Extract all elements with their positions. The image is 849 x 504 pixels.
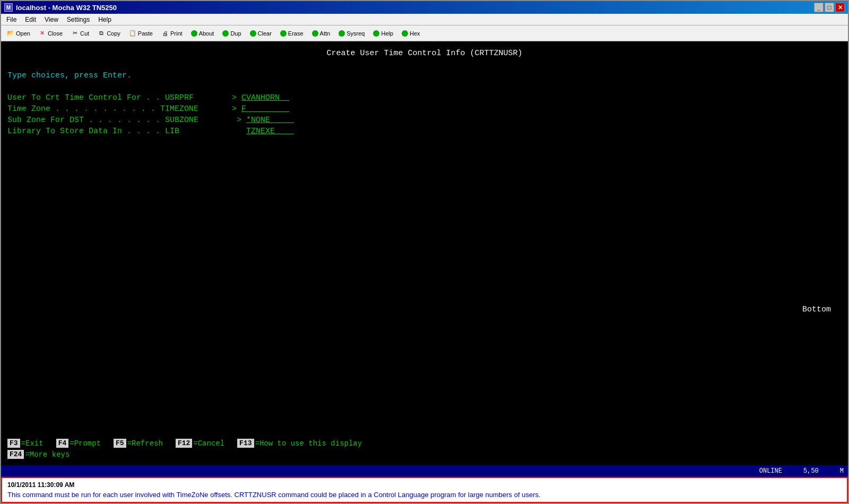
print-icon: 🖨 xyxy=(161,30,169,37)
notification-timestamp: 10/1/2011 11:30:09 AM xyxy=(7,481,842,489)
minimize-button[interactable]: _ xyxy=(814,3,824,12)
field-row-0: User To Crt Time Control For . . USRPRF … xyxy=(7,92,842,103)
title-bar: M localhost - Mocha W32 TN5250 _ □ ✕ xyxy=(1,1,848,14)
status-online: ONLINE xyxy=(759,467,782,475)
fkey-f5: F5=Refresh xyxy=(114,439,163,448)
main-window: M localhost - Mocha W32 TN5250 _ □ ✕ Fil… xyxy=(0,0,849,504)
fkey-line-2: F24=More keys xyxy=(7,450,842,459)
fkey-f24: F24=More keys xyxy=(7,450,70,459)
hex-icon xyxy=(402,30,408,37)
toolbar-close-button[interactable]: ✕ Close xyxy=(35,28,66,39)
cut-icon: ✂ xyxy=(71,30,79,37)
menu-view[interactable]: View xyxy=(40,15,63,24)
fkey-f12: F12=Cancel xyxy=(176,439,224,448)
field-row-2: Sub Zone For DST . . . . . . . . SUBZONE… xyxy=(7,115,842,126)
screen-title: Create User Time Control Info (CRTTZNUSR… xyxy=(7,46,842,59)
title-bar-controls: _ □ ✕ xyxy=(814,3,845,12)
toolbar-print-button[interactable]: 🖨 Print xyxy=(158,28,186,39)
status-bar: ONLINE 5,50 M xyxy=(1,465,848,477)
field-row-3: Library To Store Data In . . . . LIB TZN… xyxy=(7,126,842,137)
status-mode: M xyxy=(840,467,844,475)
help-icon xyxy=(373,30,379,37)
toolbar: 📂 Open ✕ Close ✂ Cut ⧉ Copy 📋 Paste 🖨 Pr… xyxy=(1,25,848,41)
toolbar-clear-button[interactable]: Clear xyxy=(246,29,275,38)
menu-bar: File Edit View Settings Help xyxy=(1,14,848,25)
screen-subtitle: Type choices, press Enter. xyxy=(7,70,842,81)
fkey-f4-badge[interactable]: F4 xyxy=(56,439,69,448)
menu-settings[interactable]: Settings xyxy=(63,15,94,24)
toolbar-copy-button[interactable]: ⧉ Copy xyxy=(94,28,124,39)
toolbar-about-button[interactable]: About xyxy=(187,29,218,38)
copy-icon: ⧉ xyxy=(98,30,105,37)
bottom-label: Bottom xyxy=(7,304,842,315)
toolbar-cut-button[interactable]: ✂ Cut xyxy=(67,28,93,39)
fkey-line-1: F3=Exit F4=Prompt F5=Refresh F12=Cancel … xyxy=(7,439,842,448)
field-value-timezone[interactable]: F xyxy=(241,105,289,114)
terminal-screen[interactable]: Create User Time Control Info (CRTTZNUSR… xyxy=(1,41,848,437)
field-value-usrprf[interactable]: CVANHORN xyxy=(241,93,289,102)
menu-help[interactable]: Help xyxy=(94,15,116,24)
toolbar-erase-button[interactable]: Erase xyxy=(276,29,307,38)
attn-icon xyxy=(312,30,318,37)
fkey-f3-badge[interactable]: F3 xyxy=(7,439,20,448)
window-title: localhost - Mocha W32 TN5250 xyxy=(16,4,117,12)
toolbar-help-button[interactable]: Help xyxy=(369,29,397,38)
fkey-f13-badge[interactable]: F13 xyxy=(237,439,254,448)
fkey-area: F3=Exit F4=Prompt F5=Refresh F12=Cancel … xyxy=(1,437,848,465)
erase-icon xyxy=(280,30,287,37)
paste-icon: 📋 xyxy=(129,30,136,37)
menu-edit[interactable]: Edit xyxy=(21,15,40,24)
app-icon: M xyxy=(4,3,13,12)
notification-text: This command must be run for each user i… xyxy=(7,491,842,499)
toolbar-open-button[interactable]: 📂 Open xyxy=(3,28,34,39)
toolbar-sysreq-button[interactable]: Sysreq xyxy=(335,29,368,38)
field-value-subzone[interactable]: *NONE xyxy=(246,116,294,125)
fkey-f5-label: =Refresh xyxy=(127,439,163,448)
fkey-f3-label: =Exit xyxy=(21,439,44,448)
menu-file[interactable]: File xyxy=(2,15,21,24)
fkey-f13: F13=How to use this display xyxy=(237,439,362,448)
about-icon xyxy=(191,30,197,37)
close-toolbar-icon: ✕ xyxy=(39,30,46,37)
maximize-button[interactable]: □ xyxy=(825,3,834,12)
title-bar-left: M localhost - Mocha W32 TN5250 xyxy=(4,3,117,12)
notification-bar: 10/1/2011 11:30:09 AM This command must … xyxy=(1,477,848,503)
terminal-wrapper: Create User Time Control Info (CRTTZNUSR… xyxy=(1,41,848,477)
fkey-f5-badge[interactable]: F5 xyxy=(114,439,126,448)
close-button[interactable]: ✕ xyxy=(835,3,845,12)
fkey-f4: F4=Prompt xyxy=(56,439,101,448)
toolbar-hex-button[interactable]: Hex xyxy=(398,29,424,38)
fkey-f24-label: =More keys xyxy=(25,450,70,459)
toolbar-paste-button[interactable]: 📋 Paste xyxy=(125,28,157,39)
fkey-f3: F3=Exit xyxy=(7,439,44,448)
fkey-f12-label: =Cancel xyxy=(193,439,224,448)
status-position: 5,50 xyxy=(803,467,819,475)
fkey-f4-label: =Prompt xyxy=(70,439,101,448)
toolbar-attn-button[interactable]: Attn xyxy=(308,29,334,38)
fkey-f12-badge[interactable]: F12 xyxy=(176,439,192,448)
sysreq-icon xyxy=(339,30,345,37)
toolbar-dup-button[interactable]: Dup xyxy=(219,29,245,38)
fkey-f24-badge[interactable]: F24 xyxy=(7,450,24,459)
field-row-1: Time Zone . . . . . . . . . . . TIMEZONE… xyxy=(7,103,842,115)
fkey-f13-label: =How to use this display xyxy=(255,439,362,448)
dup-icon xyxy=(222,30,229,37)
field-value-lib[interactable]: TZNEXE xyxy=(246,127,294,136)
open-icon: 📂 xyxy=(7,30,14,37)
clear-icon xyxy=(250,30,256,37)
